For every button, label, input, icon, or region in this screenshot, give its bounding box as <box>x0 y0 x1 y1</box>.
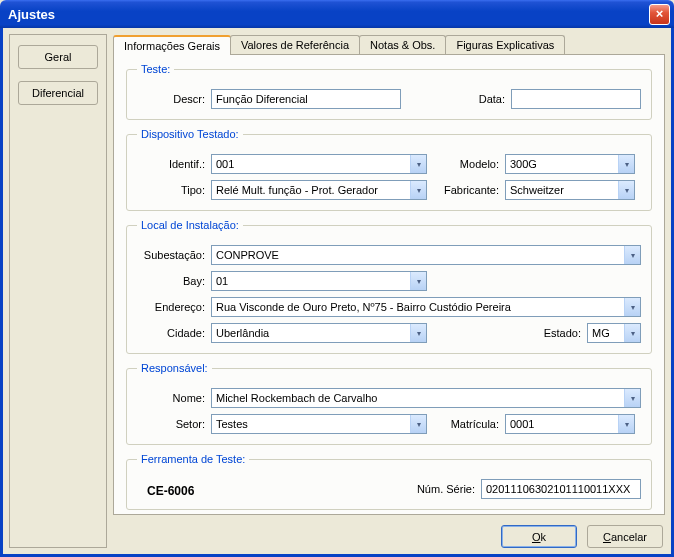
endereco-label: Endereço: <box>137 301 205 313</box>
numserie-input[interactable] <box>481 479 641 499</box>
tab-figuras-explicativas[interactable]: Figuras Explicativas <box>445 35 565 55</box>
chevron-down-icon: ▾ <box>410 415 426 433</box>
bay-value: 01 <box>212 275 410 287</box>
cidade-combo[interactable]: Uberlândia ▾ <box>211 323 427 343</box>
tab-valores-referencia[interactable]: Valores de Referência <box>230 35 360 55</box>
estado-label: Estado: <box>531 327 581 339</box>
matricula-value: 0001 <box>506 418 618 430</box>
ok-button[interactable]: Ok <box>501 525 577 548</box>
chevron-down-icon: ▾ <box>618 181 634 199</box>
tipo-value: Relé Mult. função - Prot. Gerador <box>212 184 410 196</box>
subestacao-label: Subestação: <box>137 249 205 261</box>
title-bar: Ajustes × <box>0 0 674 28</box>
tab-notas-obs[interactable]: Notas & Obs. <box>359 35 446 55</box>
group-teste-legend: Teste: <box>137 63 174 75</box>
tab-strip: Informações Gerais Valores de Referência… <box>113 35 665 55</box>
data-label: Data: <box>427 93 505 105</box>
setor-combo[interactable]: Testes ▾ <box>211 414 427 434</box>
close-icon[interactable]: × <box>649 4 670 25</box>
identif-combo[interactable]: 001 ▾ <box>211 154 427 174</box>
bay-label: Bay: <box>137 275 205 287</box>
group-teste: Teste: Descr: Data: <box>126 63 652 120</box>
endereco-value: Rua Visconde de Ouro Preto, Nº75 - Bairr… <box>212 301 624 313</box>
estado-combo[interactable]: MG ▾ <box>587 323 641 343</box>
setor-value: Testes <box>212 418 410 430</box>
tipo-label: Tipo: <box>137 184 205 196</box>
group-local-legend: Local de Instalação: <box>137 219 243 231</box>
group-dispositivo: Dispositivo Testado: Identif.: 001 ▾ Mod… <box>126 128 652 211</box>
group-ferramenta-legend: Ferramenta de Teste: <box>137 453 249 465</box>
group-responsavel: Responsável: Nome: Michel Rockembach de … <box>126 362 652 445</box>
cidade-value: Uberlândia <box>212 327 410 339</box>
setor-label: Setor: <box>137 418 205 430</box>
side-nav: Geral Diferencial <box>9 34 107 548</box>
matricula-label: Matrícula: <box>433 418 499 430</box>
tipo-combo[interactable]: Relé Mult. função - Prot. Gerador ▾ <box>211 180 427 200</box>
estado-value: MG <box>588 327 624 339</box>
nome-label: Nome: <box>137 392 205 404</box>
nav-geral-button[interactable]: Geral <box>18 45 98 69</box>
subestacao-combo[interactable]: CONPROVE ▾ <box>211 245 641 265</box>
numserie-label: Núm. Série: <box>405 483 475 495</box>
identif-value: 001 <box>212 158 410 170</box>
client-area: Geral Diferencial Informações Gerais Val… <box>0 28 674 557</box>
descr-input[interactable] <box>211 89 401 109</box>
dialog-button-bar: Ok Cancelar <box>113 515 665 548</box>
identif-label: Identif.: <box>137 158 205 170</box>
subestacao-value: CONPROVE <box>212 249 624 261</box>
cidade-label: Cidade: <box>137 327 205 339</box>
group-ferramenta: Ferramenta de Teste: CE-6006 Núm. Série: <box>126 453 652 510</box>
cancel-button[interactable]: Cancelar <box>587 525 663 548</box>
tool-name: CE-6006 <box>147 484 194 498</box>
nome-combo[interactable]: Michel Rockembach de Carvalho ▾ <box>211 388 641 408</box>
nav-diferencial-button[interactable]: Diferencial <box>18 81 98 105</box>
modelo-value: 300G <box>506 158 618 170</box>
bay-combo[interactable]: 01 ▾ <box>211 271 427 291</box>
fabricante-combo[interactable]: Schweitzer ▾ <box>505 180 635 200</box>
modelo-combo[interactable]: 300G ▾ <box>505 154 635 174</box>
window-title: Ajustes <box>8 7 649 22</box>
descr-label: Descr: <box>137 93 205 105</box>
chevron-down-icon: ▾ <box>410 324 426 342</box>
chevron-down-icon: ▾ <box>618 415 634 433</box>
fabricante-label: Fabricante: <box>433 184 499 196</box>
tab-informacoes-gerais[interactable]: Informações Gerais <box>113 35 231 55</box>
main-panel: Informações Gerais Valores de Referência… <box>113 34 665 548</box>
endereco-combo[interactable]: Rua Visconde de Ouro Preto, Nº75 - Bairr… <box>211 297 641 317</box>
chevron-down-icon: ▾ <box>410 155 426 173</box>
data-input[interactable] <box>511 89 641 109</box>
chevron-down-icon: ▾ <box>618 155 634 173</box>
group-dispositivo-legend: Dispositivo Testado: <box>137 128 243 140</box>
chevron-down-icon: ▾ <box>624 298 640 316</box>
modelo-label: Modelo: <box>433 158 499 170</box>
chevron-down-icon: ▾ <box>410 181 426 199</box>
chevron-down-icon: ▾ <box>624 246 640 264</box>
tab-page: Teste: Descr: Data: Dispositivo Testado:… <box>113 54 665 515</box>
chevron-down-icon: ▾ <box>410 272 426 290</box>
fabricante-value: Schweitzer <box>506 184 618 196</box>
matricula-combo[interactable]: 0001 ▾ <box>505 414 635 434</box>
group-responsavel-legend: Responsável: <box>137 362 212 374</box>
nome-value: Michel Rockembach de Carvalho <box>212 392 624 404</box>
chevron-down-icon: ▾ <box>624 389 640 407</box>
chevron-down-icon: ▾ <box>624 324 640 342</box>
group-local: Local de Instalação: Subestação: CONPROV… <box>126 219 652 354</box>
